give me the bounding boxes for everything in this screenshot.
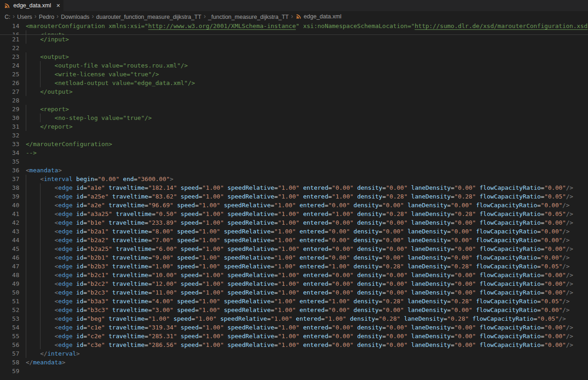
code-line: 29<report> [0,105,588,113]
code-line: 44<edge id="b2a2" traveltime="7.00" spee… [0,236,588,244]
line-number: 44 [0,237,19,244]
indent-guide [40,253,54,262]
line-number: 52 [0,306,19,313]
breadcrumb-path: C:›Users›Pedro›Downloads›duarouter_funct… [4,13,295,20]
indent-guide [26,87,40,96]
indent-guide [26,113,40,122]
breadcrumb-item[interactable]: Pedro [39,14,55,20]
code-line: 58</meandata> [0,358,588,367]
indent-guide [26,210,40,218]
line-number: 56 [0,341,19,348]
indent-guide [26,30,40,34]
line-number: 55 [0,333,19,340]
line-number: 31 [0,123,19,130]
code-line: 27</output> [0,87,588,96]
line-number: 37 [0,176,19,182]
tab-edge-data-xml[interactable]: edge_data.xml ✕ [0,0,63,11]
indent-guide [40,279,54,288]
indent-guide [26,70,40,79]
code-line: 41<edge id="a3a25" traveltime="0.50" spe… [0,210,588,218]
line-number: 47 [0,263,19,270]
chevron-right-icon: › [11,12,17,20]
breadcrumb-item[interactable]: C: [4,14,11,20]
code-line: 59 [0,367,588,375]
indent-guide [26,201,40,210]
code-line: 36<meandata> [0,166,588,175]
line-number: 45 [0,245,19,252]
code-line: 53<edge id="beg" traveltime="1.00" speed… [0,314,588,323]
code-line: 14<marouterConfiguration xmlns:xsi="http… [0,22,588,30]
code-editor[interactable]: 14<marouterConfiguration xmlns:xsi="http… [0,22,588,375]
line-number: 48 [0,272,19,278]
indent-guide [26,244,40,253]
indent-guide [26,175,40,183]
indent-guide [26,288,40,297]
indent-guide [40,227,54,236]
tab-close-icon[interactable]: ✕ [55,2,62,9]
line-number: 28 [0,97,19,104]
line-number: 33 [0,141,19,147]
indent-guide [40,113,54,122]
indent-guide [26,297,40,306]
indent-guide [26,340,40,349]
code-line: 52<edge id="b3c3" traveltime="3.00" spee… [0,306,588,314]
line-number: 35 [0,158,19,165]
indent-guide [40,332,54,340]
code-line: 37<interval begin="0.00" end="3600.00"> [0,175,588,183]
indent-guide [26,218,40,227]
code-line: 56<edge id="c3e" traveltime="286.56" spe… [0,340,588,349]
indent-guide [26,314,40,323]
code-line: 46<edge id="b2b1" traveltime="9.00" spee… [0,253,588,262]
line-number: 24 [0,62,19,69]
breadcrumb-item[interactable]: Downloads [61,14,90,20]
indent-guide [40,314,54,323]
indent-guide [40,236,54,244]
line-number: 53 [0,315,19,322]
line-number: 27 [0,88,19,95]
indent-guide [40,297,54,306]
indent-guide [26,262,40,271]
breadcrumb-file[interactable]: edge_data.xml [304,13,341,20]
indent-guide [26,61,40,70]
code-line: 32 [0,131,588,140]
code-line: 40<edge id="a2e" traveltime="96.69" spee… [0,201,588,210]
code-line: 22 [0,44,588,52]
code-line: 23<output> [0,52,588,61]
code-line: 31</report> [0,122,588,131]
breadcrumb-item[interactable]: duarouter_function_measure_dijkstra_TT [96,14,202,20]
line-number: 34 [0,149,19,156]
code-line: 39<edge id="a25e" traveltime="83.62" spe… [0,192,588,201]
code-line: 24<output-file value="routes.rou.xml"/> [0,61,588,70]
code-line: 25<write-license value="true"/> [0,70,588,79]
chevron-right-icon: › [55,12,61,20]
indent-guide [40,210,54,218]
line-number: 43 [0,228,19,235]
indent-guide [26,105,40,113]
code-line: 38<edge id="a1e" traveltime="182.14" spe… [0,183,588,192]
breadcrumb-item[interactable]: _function_measure_dijkstra_TT [208,14,289,20]
chevron-right-icon: › [202,12,208,20]
indent-guide [40,183,54,192]
line-number: 49 [0,280,19,287]
code-lines: 21</input>2223<output>24<output-file val… [0,35,588,375]
code-line: 55<edge id="c2e" traveltime="285.31" spe… [0,332,588,340]
line-number: 42 [0,219,19,226]
line-number: 38 [0,184,19,191]
code-line: 34--> [0,148,588,157]
indent-guide [26,52,40,61]
tab-bar: edge_data.xml ✕ [0,0,588,11]
indent-guide [40,192,54,201]
indent-guide [40,262,54,271]
indent-guide [26,79,40,87]
code-line: 16<input> [0,30,588,34]
line-number: 57 [0,350,19,357]
xml-file-icon [4,2,11,9]
line-number: 58 [0,359,19,366]
indent-guide [40,244,54,253]
breadcrumb-item[interactable]: Users [17,14,33,20]
code-line: 54<edge id="c1e" traveltime="319.34" spe… [0,323,588,332]
code-line: 48<edge id="b2c1" traveltime="10.00" spe… [0,271,588,279]
indent-guide [26,35,40,44]
code-line: 26<netload-output value="edge_data.xml"/… [0,79,588,87]
sticky-scroll: 14<marouterConfiguration xmlns:xsi="http… [0,22,588,35]
